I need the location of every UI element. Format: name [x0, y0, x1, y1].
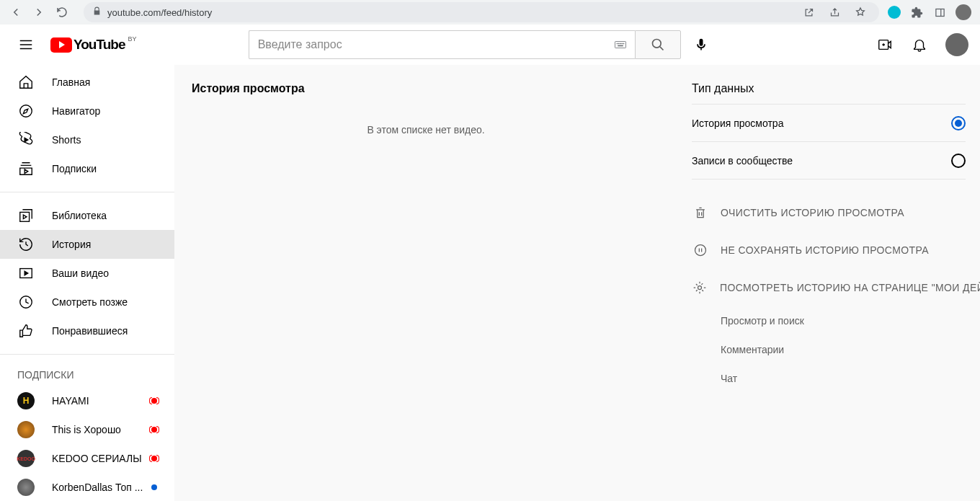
svg-point-10 [20, 105, 32, 118]
svg-rect-6 [623, 43, 624, 45]
sidebar-item-library[interactable]: Библиотека [0, 201, 174, 230]
voice-search-button[interactable] [687, 30, 716, 59]
svg-rect-2 [616, 43, 618, 45]
sidebar-channel-1[interactable]: This is Хорошо [0, 415, 174, 444]
notifications-button[interactable] [905, 30, 934, 59]
live-icon [151, 398, 157, 404]
svg-rect-5 [621, 43, 623, 45]
sidebar-item-shorts[interactable]: Shorts [0, 125, 174, 154]
lock-icon [92, 6, 102, 19]
radio-unchecked-icon [951, 154, 966, 168]
svg-rect-3 [618, 43, 620, 45]
sidebar-channel-3[interactable]: KorbenDallas Топ ... [0, 473, 174, 501]
extension-icon[interactable] [888, 6, 901, 19]
pause-icon [692, 243, 709, 257]
menu-button[interactable] [12, 30, 40, 59]
youtube-header: YouTube BY [0, 25, 980, 65]
right-panel: Тип данных История просмотра Записи в со… [677, 65, 980, 501]
channel-avatar: KEDOO [17, 450, 35, 467]
youtube-play-icon [50, 37, 72, 53]
browser-toolbar: youtube.com/feed/history [0, 0, 980, 25]
link-chat[interactable]: Чат [692, 364, 980, 393]
svg-point-14 [695, 245, 706, 256]
link-watch-search[interactable]: Просмотр и поиск [692, 306, 980, 335]
channel-avatar [17, 479, 35, 496]
keyboard-icon[interactable] [606, 30, 635, 59]
sidebar-channel-0[interactable]: H HAYAMI [0, 386, 174, 415]
live-icon [151, 427, 157, 433]
share-icon[interactable] [827, 5, 842, 19]
manage-history-button[interactable]: ПОСМОТРЕТЬ ИСТОРИЮ НА СТРАНИЦЕ "МОИ ДЕЙС [692, 269, 980, 306]
svg-rect-11 [20, 212, 30, 221]
svg-rect-1 [615, 42, 625, 48]
svg-rect-7 [618, 45, 623, 47]
page-title: История просмотра [192, 82, 660, 95]
open-external-icon[interactable] [801, 5, 816, 19]
clock-icon [17, 293, 35, 311]
search-button[interactable] [635, 30, 681, 59]
sidebar-item-subscriptions[interactable]: Подписки [0, 154, 174, 183]
extensions-puzzle-icon[interactable] [909, 5, 924, 19]
svg-point-8 [652, 40, 661, 48]
history-icon [17, 236, 35, 253]
history-type-title: Тип данных [692, 82, 966, 105]
svg-rect-4 [620, 43, 621, 45]
youtube-country-code: BY [128, 35, 136, 43]
sidebar-item-explore[interactable]: Навигатор [0, 97, 174, 125]
address-bar[interactable]: youtube.com/feed/history [84, 2, 879, 22]
channel-avatar: H [17, 392, 35, 409]
empty-message: В этом списке нет видео. [192, 124, 660, 136]
create-button[interactable] [870, 30, 899, 59]
sidepanel-icon[interactable] [932, 5, 947, 19]
clear-history-button[interactable]: ОЧИСТИТЬ ИСТОРИЮ ПРОСМОТРА [692, 194, 980, 231]
gear-icon [692, 280, 708, 295]
youtube-logo[interactable]: YouTube BY [50, 37, 125, 53]
user-avatar[interactable] [945, 33, 968, 56]
forward-button[interactable] [29, 2, 49, 22]
live-icon [151, 456, 157, 461]
trash-icon [692, 205, 709, 220]
sidebar-subscriptions-title: ПОДПИСКИ [0, 363, 174, 386]
back-button[interactable] [6, 2, 26, 22]
sidebar: Главная Навигатор Shorts Подписки Библио… [0, 65, 174, 501]
link-comments[interactable]: Комментарии [692, 335, 980, 364]
youtube-logo-text: YouTube [74, 37, 125, 53]
radio-checked-icon [951, 116, 966, 130]
thumbs-up-icon [17, 322, 35, 340]
subscriptions-icon [17, 160, 35, 177]
your-videos-icon [17, 265, 35, 282]
reload-button[interactable] [52, 2, 72, 22]
url-text: youtube.com/feed/history [107, 7, 793, 18]
browser-profile-avatar[interactable] [956, 4, 971, 20]
sidebar-channel-2[interactable]: KEDOO KEDOO СЕРИАЛЫ [0, 444, 174, 473]
search-input[interactable] [249, 30, 606, 59]
new-dot-icon [151, 484, 157, 490]
sidebar-item-liked[interactable]: Понравившиеся [0, 316, 174, 345]
channel-avatar [17, 421, 35, 438]
sidebar-item-watch-later[interactable]: Смотреть позже [0, 288, 174, 316]
sidebar-item-history[interactable]: История [0, 230, 174, 259]
svg-rect-0 [935, 9, 943, 16]
home-icon [17, 74, 35, 91]
bookmark-star-icon[interactable] [853, 5, 868, 19]
library-icon [17, 207, 35, 224]
svg-point-15 [698, 286, 702, 290]
history-type-watch[interactable]: История просмотра [692, 105, 966, 142]
shorts-icon [17, 131, 35, 148]
sidebar-item-your-videos[interactable]: Ваши видео [0, 259, 174, 288]
pause-history-button[interactable]: НЕ СОХРАНЯТЬ ИСТОРИЮ ПРОСМОТРА [692, 231, 980, 269]
compass-icon [17, 102, 35, 120]
main-content: История просмотра В этом списке нет виде… [174, 65, 980, 501]
sidebar-item-home[interactable]: Главная [0, 68, 174, 97]
history-type-community[interactable]: Записи в сообществе [692, 142, 966, 179]
